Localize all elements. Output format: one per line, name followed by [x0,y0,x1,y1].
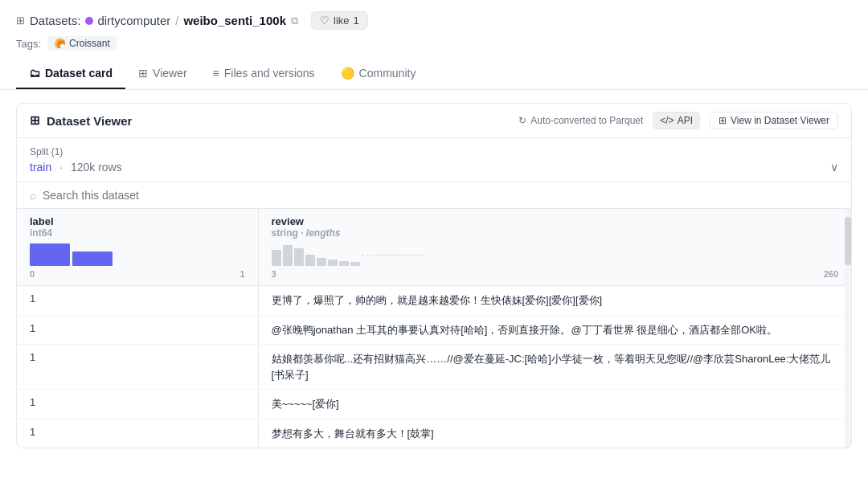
split-label: Split (1) [30,146,838,157]
scrollbar[interactable] [845,209,851,448]
mini-bar-5 [328,260,338,266]
mini-bar-3 [305,255,315,266]
dash-spacer [362,255,378,256]
table-row: 1 @张晚鸭jonathan 土耳其的事要认真对待[哈哈]，否则直接开除。@丁丁… [17,315,851,345]
col-type-review: string · lengths [272,227,839,239]
tab-viewer-label: Viewer [153,67,187,80]
table-row: 1 姑娘都羡慕你呢...还有招财猫高兴……//@爱在蔓延-JC:[哈哈]小学徒一… [17,345,851,390]
breadcrumb-user[interactable]: dirtycomputer [85,14,170,27]
split-selector[interactable]: train · 120k rows ∨ [30,161,838,174]
table-row: 1 更博了，爆照了，帅的哟，就是越来越爱你！生快俵妹[爱你][爱你][爱你] [17,286,851,316]
auto-converted-label: ↻ Auto-converted to Parquet [518,115,643,126]
label-bar-chart [30,243,245,266]
table-row: 1 梦想有多大，舞台就有多大！[鼓掌] [17,419,851,448]
tab-dataset-card-label: Dataset card [45,67,113,80]
code-icon: </> [660,115,674,126]
username: dirtycomputer [97,14,170,27]
tab-community[interactable]: 🟡 Community [328,59,429,89]
chevron-down-icon: ∨ [830,161,838,174]
bar-1 [72,251,113,266]
viewer-header: ⊞ Dataset Viewer ↻ Auto-converted to Par… [17,104,851,138]
viewer-title: ⊞ Dataset Viewer [30,113,132,128]
bar-0 [30,243,70,266]
croissant-icon: 🥐 [54,38,66,49]
review-cell: 美~~~~~[爱你] [258,390,851,419]
label-cell: 1 [17,315,258,345]
copy-icon[interactable]: ⧉ [291,14,298,27]
dataset-viewer-card: ⊞ Dataset Viewer ↻ Auto-converted to Par… [16,103,852,448]
review-bar-min: 3 [272,269,276,279]
view-in-viewer-button[interactable]: ⊞ View in Dataset Viewer [710,112,838,129]
mini-bar-0 [272,250,281,266]
review-cell: 更博了，爆照了，帅的哟，就是越来越爱你！生快俵妹[爱你][爱你][爱你] [258,286,851,316]
split-section: Split (1) train · 120k rows ∨ [17,138,851,182]
api-label: API [678,115,693,126]
mini-bar-4 [317,258,326,266]
review-bar-chart [272,243,839,266]
review-bar-labels: 3 260 [272,269,839,279]
split-rows: 120k rows [71,161,122,174]
tab-files-label: Files and versions [224,67,315,80]
label-cell: 1 [17,345,258,390]
mini-bar-2 [294,248,304,266]
col-name-label: label [30,215,245,227]
label-cell: 1 [17,390,258,419]
tags-label: Tags: [16,38,41,50]
tab-community-label: Community [359,67,416,80]
repo-name: weibo_senti_100k [183,14,286,27]
dash-spacer-5 [413,255,423,256]
col-name-review: review [272,215,839,227]
files-icon: ≡ [213,67,219,80]
data-table: label int64 0 1 [17,209,851,448]
dash-spacer-4 [402,255,411,256]
breadcrumb-slash: / [175,14,178,27]
convert-icon: ↻ [518,115,526,126]
viewer-actions: ↻ Auto-converted to Parquet </> API ⊞ Vi… [518,112,838,129]
main-content: ⊞ Dataset Viewer ↻ Auto-converted to Par… [0,90,868,461]
bar-min: 0 [30,269,35,279]
viewer-icon: ⊞ [138,67,148,80]
croissant-tag[interactable]: 🥐 Croissant [47,36,117,51]
search-row: ⌕ [17,182,851,209]
community-icon: 🟡 [341,67,354,80]
view-icon: ⊞ [719,115,727,126]
view-label: View in Dataset Viewer [731,115,829,126]
dash-spacer-2 [379,255,389,256]
mini-bar-7 [350,262,360,266]
tab-files-versions[interactable]: ≡ Files and versions [200,59,328,89]
data-table-wrapper: label int64 0 1 [17,209,851,448]
auto-converted-text: Auto-converted to Parquet [530,115,643,126]
scrollbar-thumb [845,217,851,265]
croissant-label: Croissant [69,38,110,49]
bar-max: 1 [240,269,244,279]
tags-row: Tags: 🥐 Croissant [16,36,852,51]
review-cell: 姑娘都羡慕你呢...还有招财猫高兴……//@爱在蔓延-JC:[哈哈]小学徒一枚，… [258,345,851,390]
tab-bar: 🗂 Dataset card ⊞ Viewer ≡ Files and vers… [16,59,852,89]
datasets-icon: ⊞ [16,14,25,27]
split-name: train [30,161,51,174]
like-label: like [334,14,350,27]
table-row: 1 美~~~~~[爱你] [17,390,851,419]
label-cell: 1 [17,419,258,448]
like-count: 1 [354,14,359,27]
split-dot: · [59,161,63,174]
mini-bar-1 [283,245,293,266]
like-button[interactable]: ♡ like 1 [311,11,368,30]
review-cell: @张晚鸭jonathan 土耳其的事要认真对待[哈哈]，否则直接开除。@丁丁看世… [258,315,851,345]
col-type-label: int64 [30,227,245,239]
tab-viewer[interactable]: ⊞ Viewer [125,59,200,89]
bar-labels: 0 1 [30,269,245,279]
dash-spacer-3 [391,255,400,256]
review-bar-max: 260 [824,269,838,279]
viewer-title-icon: ⊞ [30,113,40,128]
datasets-label: Datasets: [30,14,80,27]
tab-dataset-card[interactable]: 🗂 Dataset card [16,59,125,89]
heart-icon: ♡ [320,14,330,27]
label-cell: 1 [17,286,258,316]
mini-bar-6 [339,261,349,266]
dataset-card-icon: 🗂 [29,67,40,80]
review-cell: 梦想有多大，舞台就有多大！[鼓掌] [258,419,851,448]
api-button[interactable]: </> API [653,112,700,129]
search-input[interactable] [43,189,838,202]
column-header-review: review string · lengths [258,209,851,286]
